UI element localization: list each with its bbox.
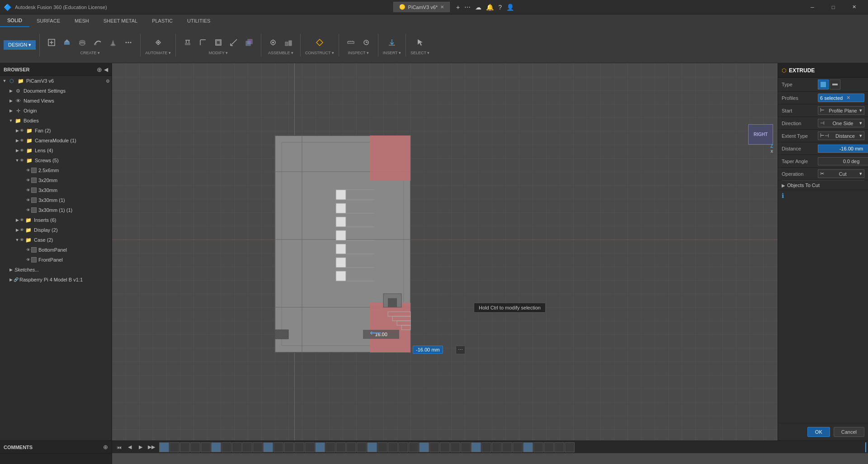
more-create-btn[interactable] — [121, 35, 136, 50]
timeline-item[interactable] — [398, 442, 408, 452]
revolve-btn[interactable] — [75, 35, 90, 50]
timeline-item[interactable] — [461, 442, 471, 452]
tab-close-btn[interactable]: ✕ — [440, 5, 444, 9]
timeline-item[interactable] — [190, 442, 200, 452]
account-btn[interactable]: 👤 — [505, 3, 516, 12]
browser-collapse-btn[interactable]: ◀ — [104, 66, 108, 73]
tab-solid[interactable]: SOLID — [0, 14, 29, 27]
start-dropdown[interactable]: ⊢ Profile Plane ▾ — [818, 106, 864, 115]
tree-item-display[interactable]: ▶ 👁 📁 Display (2) — [0, 225, 112, 235]
viewport[interactable]: 16.00 -16.00 mm ⋯ ⟵ Hold Ctrl to modify … — [112, 63, 778, 441]
timeline-item[interactable] — [513, 442, 523, 452]
loft-btn[interactable] — [106, 35, 120, 50]
viewcube-right-face[interactable]: RIGHT — [748, 124, 773, 145]
timeline-item[interactable] — [242, 442, 252, 452]
profiles-chip[interactable]: 6 selected ✕ — [818, 94, 864, 102]
timeline-item[interactable] — [284, 442, 294, 452]
tree-item-s2[interactable]: ▶ 👁 3x20mm — [0, 175, 112, 185]
timeline-item[interactable] — [502, 442, 512, 452]
timeline-item[interactable] — [222, 442, 231, 452]
tree-item-origin[interactable]: ▶ ✛ Origin — [0, 106, 112, 116]
timeline-item[interactable] — [170, 442, 179, 452]
combine-btn[interactable] — [242, 35, 256, 50]
joint-btn[interactable] — [266, 35, 280, 50]
timeline-item[interactable] — [544, 442, 554, 452]
tree-item-camera-module[interactable]: ▶ 👁 📁 CameraModule (1) — [0, 136, 112, 145]
timeline-item[interactable] — [180, 442, 190, 452]
timeline-item[interactable] — [232, 442, 242, 452]
timeline-item[interactable] — [336, 442, 346, 452]
cloud-save-btn[interactable]: ☁ — [473, 3, 483, 12]
timeline-item[interactable] — [305, 442, 315, 452]
tl-play-btn[interactable]: ▶ — [136, 442, 146, 452]
profiles-clear-btn[interactable]: ✕ — [846, 95, 850, 101]
design-dropdown-btn[interactable]: DESIGN ▾ — [4, 40, 36, 50]
timeline-item[interactable] — [315, 442, 325, 452]
scale-btn[interactable] — [226, 35, 241, 50]
tab-sheet-metal[interactable]: SHEET METAL — [96, 14, 145, 27]
distance-input[interactable] — [818, 145, 868, 153]
timeline-item[interactable] — [409, 442, 419, 452]
tree-item-named-views[interactable]: ▶ 👁 Named Views — [0, 96, 112, 106]
cancel-button[interactable]: Cancel — [834, 427, 864, 437]
close-btn[interactable]: ✕ — [844, 0, 864, 14]
minimize-btn[interactable]: ─ — [802, 0, 823, 14]
display-btn[interactable] — [359, 35, 373, 50]
timeline-item[interactable] — [263, 442, 273, 452]
tab-plastic[interactable]: PLASTIC — [145, 14, 180, 27]
tree-item-s5[interactable]: ▶ 👁 3x30mm (1) (1) — [0, 205, 112, 215]
tree-item-s3[interactable]: ▶ 👁 3x30mm — [0, 185, 112, 195]
timeline-item[interactable] — [554, 442, 564, 452]
tree-item-case[interactable]: ▼ 👁 📁 Case (2) — [0, 235, 112, 245]
tab-surface[interactable]: SURFACE — [29, 14, 67, 27]
tree-item-fan[interactable]: ▶ 👁 📁 Fan (2) — [0, 126, 112, 136]
timeline-item[interactable] — [419, 442, 429, 452]
timeline-item[interactable] — [326, 442, 335, 452]
timeline-item[interactable] — [533, 442, 543, 452]
timeline-item[interactable] — [481, 442, 491, 452]
active-tab[interactable]: 🟡 PiCamV3 v6* ✕ — [393, 2, 450, 12]
sweep-btn[interactable] — [90, 35, 105, 50]
tree-item-bottom-panel[interactable]: ▶ 👁 BottomPanel — [0, 245, 112, 255]
press-pull-btn[interactable] — [180, 35, 195, 50]
fillet-btn[interactable] — [196, 35, 210, 50]
tree-item-root[interactable]: ▼ ⬡ 📁 PiCamV3 v6 ⚙ — [0, 76, 112, 86]
select-btn[interactable] — [413, 35, 427, 50]
objects-to-cut-section[interactable]: ▶ Objects To Cut — [778, 181, 868, 190]
tree-item-s4[interactable]: ▶ 👁 3x30mm (1) — [0, 195, 112, 205]
expand-tabs-btn[interactable]: ⋯ — [462, 3, 472, 12]
timeline-item[interactable] — [523, 442, 533, 452]
timeline-item[interactable] — [565, 442, 575, 452]
automate-btn[interactable] — [151, 35, 165, 50]
timeline-item[interactable] — [294, 442, 304, 452]
timeline-item[interactable] — [440, 442, 450, 452]
tab-mesh[interactable]: MESH — [67, 14, 96, 27]
tab-utilities[interactable]: UTILITIES — [180, 14, 217, 27]
insert-btn[interactable] — [385, 35, 399, 50]
timeline-item[interactable] — [377, 442, 387, 452]
dimension-extra-btn[interactable]: ⋯ — [456, 346, 465, 354]
new-tab-btn[interactable]: + — [454, 3, 462, 12]
tl-next-btn[interactable]: ▶▶ — [146, 442, 156, 452]
new-component-btn[interactable] — [44, 35, 59, 50]
comments-expand-btn[interactable]: ⊕ — [103, 444, 108, 450]
timeline-item[interactable] — [253, 442, 263, 452]
operation-dropdown[interactable]: ✂ Cut ▾ — [818, 169, 864, 178]
type-thin-btn[interactable] — [830, 80, 840, 89]
timeline-item[interactable] — [471, 442, 481, 452]
timeline-item[interactable] — [159, 442, 169, 452]
tree-item-doc-settings[interactable]: ▶ ⚙ Document Settings — [0, 86, 112, 96]
as-built-btn[interactable] — [281, 35, 296, 50]
dimension-label[interactable]: -16.00 mm — [413, 346, 443, 354]
tree-item-sketches[interactable]: ▶ Sketches... — [0, 265, 112, 275]
maximize-btn[interactable]: □ — [823, 0, 844, 14]
notifications-btn[interactable]: 🔔 — [484, 3, 495, 12]
construct-btn[interactable] — [312, 35, 327, 50]
tree-item-inserts[interactable]: ▶ 👁 📁 Inserts (6) — [0, 215, 112, 225]
measure-btn[interactable] — [344, 35, 358, 50]
timeline-item[interactable] — [492, 442, 502, 452]
tl-prev-btn[interactable]: ◀ — [125, 442, 135, 452]
timeline-item[interactable] — [357, 442, 367, 452]
timeline-item[interactable] — [201, 442, 211, 452]
ok-button[interactable]: OK — [807, 427, 830, 437]
